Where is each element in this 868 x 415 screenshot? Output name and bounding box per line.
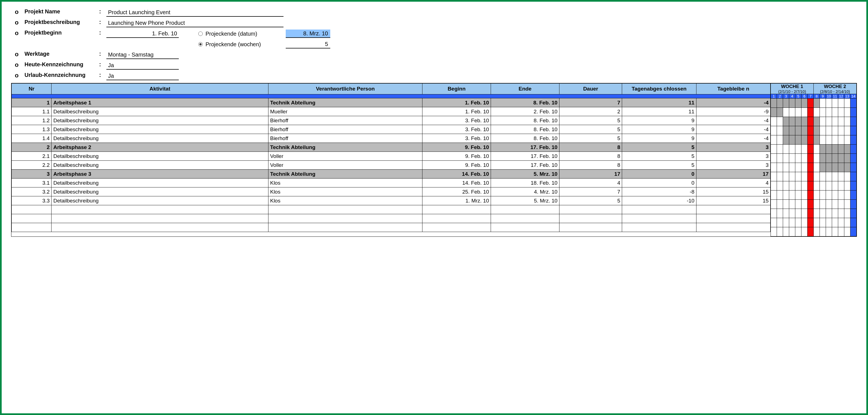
task-row[interactable]: 2.1DetailbeschreibungVoller9. Feb. 1017.… bbox=[12, 152, 771, 161]
cell-days-left[interactable]: 3 bbox=[696, 152, 770, 161]
cell-person[interactable]: Klos bbox=[268, 196, 422, 205]
cell-days-done[interactable]: 5 bbox=[622, 161, 696, 170]
cell-end[interactable]: 4. Mrz. 10 bbox=[491, 187, 559, 196]
cell-activity[interactable]: Detailbeschreibung bbox=[52, 125, 269, 134]
cell-days-left[interactable]: 4 bbox=[696, 179, 770, 187]
cell-days-left[interactable]: 3 bbox=[696, 161, 770, 170]
cell-begin[interactable]: 9. Feb. 10 bbox=[423, 152, 491, 161]
phase-row[interactable]: 1Arbeitsphase 1Technik Abteilung1. Feb. … bbox=[12, 98, 771, 107]
cell-person[interactable]: Bierhoff bbox=[268, 116, 422, 125]
cell-person[interactable]: Bierhoff bbox=[268, 125, 422, 134]
cell-end[interactable]: 17. Feb. 10 bbox=[491, 161, 559, 170]
cell-nr[interactable]: 3.2 bbox=[12, 187, 52, 196]
cell-days-done[interactable]: 5 bbox=[622, 152, 696, 161]
cell-activity[interactable]: Detailbeschreibung bbox=[52, 187, 269, 196]
cell-days-done[interactable]: 9 bbox=[622, 134, 696, 143]
cell-duration[interactable]: 17 bbox=[559, 170, 622, 179]
cell-person[interactable]: Bierhoff bbox=[268, 134, 422, 143]
task-row[interactable]: 2.2DetailbeschreibungVoller9. Feb. 1017.… bbox=[12, 161, 771, 170]
cell-activity[interactable]: Detailbeschreibung bbox=[52, 179, 269, 187]
cell-duration[interactable]: 2 bbox=[559, 107, 622, 116]
workdays-field[interactable]: Montag - Samstag bbox=[106, 51, 179, 59]
cell-days-left[interactable]: -9 bbox=[696, 107, 770, 116]
cell-days-left[interactable]: 3 bbox=[696, 143, 770, 152]
cell-end[interactable]: 5. Mrz. 10 bbox=[491, 170, 559, 179]
cell-person[interactable]: Technik Abteilung bbox=[268, 170, 422, 179]
cell-nr[interactable]: 2.2 bbox=[12, 161, 52, 170]
project-name-field[interactable]: Product Launching Event bbox=[106, 8, 283, 17]
cell-end[interactable]: 17. Feb. 10 bbox=[491, 152, 559, 161]
cell-duration[interactable]: 5 bbox=[559, 125, 622, 134]
cell-duration[interactable]: 5 bbox=[559, 134, 622, 143]
cell-activity[interactable]: Detailbeschreibung bbox=[52, 196, 269, 205]
cell-person[interactable]: Mueller bbox=[268, 107, 422, 116]
cell-days-left[interactable]: -4 bbox=[696, 125, 770, 134]
phase-row[interactable]: 2Arbeitsphase 2Technik Abteilung9. Feb. … bbox=[12, 143, 771, 152]
end-date-value[interactable]: 8. Mrz. 10 bbox=[286, 30, 330, 38]
holiday-marker-field[interactable]: Ja bbox=[106, 72, 179, 80]
task-row[interactable]: 1.3DetailbeschreibungBierhoff3. Feb. 108… bbox=[12, 125, 771, 134]
cell-person[interactable]: Technik Abteilung bbox=[268, 98, 422, 107]
cell-days-left[interactable]: -4 bbox=[696, 134, 770, 143]
cell-nr[interactable]: 3 bbox=[12, 170, 52, 179]
cell-end[interactable]: 17. Feb. 10 bbox=[491, 143, 559, 152]
cell-nr[interactable]: 1.1 bbox=[12, 107, 52, 116]
cell-person[interactable]: Voller bbox=[268, 161, 422, 170]
cell-days-done[interactable]: 11 bbox=[622, 98, 696, 107]
cell-duration[interactable]: 4 bbox=[559, 179, 622, 187]
cell-nr[interactable]: 1.4 bbox=[12, 134, 52, 143]
task-row[interactable]: 1.4DetailbeschreibungBierhoff3. Feb. 108… bbox=[12, 134, 771, 143]
cell-end[interactable]: 8. Feb. 10 bbox=[491, 134, 559, 143]
cell-activity[interactable]: Arbeitsphase 2 bbox=[52, 143, 269, 152]
cell-activity[interactable]: Detailbeschreibung bbox=[52, 152, 269, 161]
cell-days-done[interactable]: 5 bbox=[622, 143, 696, 152]
cell-person[interactable]: Technik Abteilung bbox=[268, 143, 422, 152]
cell-activity[interactable]: Detailbeschreibung bbox=[52, 134, 269, 143]
cell-days-done[interactable]: -8 bbox=[622, 187, 696, 196]
cell-days-done[interactable]: -10 bbox=[622, 196, 696, 205]
cell-days-done[interactable]: 9 bbox=[622, 116, 696, 125]
cell-begin[interactable]: 1. Mrz. 10 bbox=[423, 196, 491, 205]
cell-days-done[interactable]: 9 bbox=[622, 125, 696, 134]
cell-end[interactable]: 8. Feb. 10 bbox=[491, 125, 559, 134]
project-desc-field[interactable]: Launching New Phone Product bbox=[106, 19, 283, 27]
cell-begin[interactable]: 1. Feb. 10 bbox=[423, 98, 491, 107]
cell-days-left[interactable]: -4 bbox=[696, 98, 770, 107]
cell-duration[interactable]: 7 bbox=[559, 98, 622, 107]
cell-begin[interactable]: 9. Feb. 10 bbox=[423, 161, 491, 170]
end-weeks-option[interactable]: Projeckende (wochen) bbox=[194, 40, 283, 49]
task-row[interactable]: 1.1DetailbeschreibungMueller1. Feb. 102.… bbox=[12, 107, 771, 116]
project-start-field[interactable]: 1. Feb. 10 bbox=[106, 30, 179, 38]
cell-days-left[interactable]: 15 bbox=[696, 187, 770, 196]
cell-nr[interactable]: 3.3 bbox=[12, 196, 52, 205]
cell-begin[interactable]: 3. Feb. 10 bbox=[423, 125, 491, 134]
cell-days-done[interactable]: 11 bbox=[622, 107, 696, 116]
cell-duration[interactable]: 8 bbox=[559, 161, 622, 170]
cell-begin[interactable]: 25. Feb. 10 bbox=[423, 187, 491, 196]
end-date-option[interactable]: Projeckende (datum) bbox=[194, 30, 283, 38]
cell-person[interactable]: Klos bbox=[268, 179, 422, 187]
cell-end[interactable]: 8. Feb. 10 bbox=[491, 116, 559, 125]
cell-end[interactable]: 8. Feb. 10 bbox=[491, 98, 559, 107]
cell-days-done[interactable]: 0 bbox=[622, 170, 696, 179]
cell-days-done[interactable]: 0 bbox=[622, 179, 696, 187]
cell-nr[interactable]: 1 bbox=[12, 98, 52, 107]
cell-begin[interactable]: 14. Feb. 10 bbox=[423, 170, 491, 179]
cell-duration[interactable]: 8 bbox=[559, 152, 622, 161]
cell-nr[interactable]: 2 bbox=[12, 143, 52, 152]
cell-nr[interactable]: 1.3 bbox=[12, 125, 52, 134]
cell-duration[interactable]: 5 bbox=[559, 116, 622, 125]
cell-activity[interactable]: Arbeitsphase 3 bbox=[52, 170, 269, 179]
phase-row[interactable]: 3Arbeitsphase 3Technik Abteilung14. Feb.… bbox=[12, 170, 771, 179]
cell-nr[interactable]: 1.2 bbox=[12, 116, 52, 125]
cell-person[interactable]: Voller bbox=[268, 152, 422, 161]
cell-begin[interactable]: 14. Feb. 10 bbox=[423, 179, 491, 187]
cell-begin[interactable]: 3. Feb. 10 bbox=[423, 116, 491, 125]
cell-nr[interactable]: 3.1 bbox=[12, 179, 52, 187]
cell-duration[interactable]: 8 bbox=[559, 143, 622, 152]
cell-days-left[interactable]: 15 bbox=[696, 196, 770, 205]
cell-activity[interactable]: Arbeitsphase 1 bbox=[52, 98, 269, 107]
cell-activity[interactable]: Detailbeschreibung bbox=[52, 116, 269, 125]
cell-person[interactable]: Klos bbox=[268, 187, 422, 196]
cell-end[interactable]: 5. Mrz. 10 bbox=[491, 196, 559, 205]
